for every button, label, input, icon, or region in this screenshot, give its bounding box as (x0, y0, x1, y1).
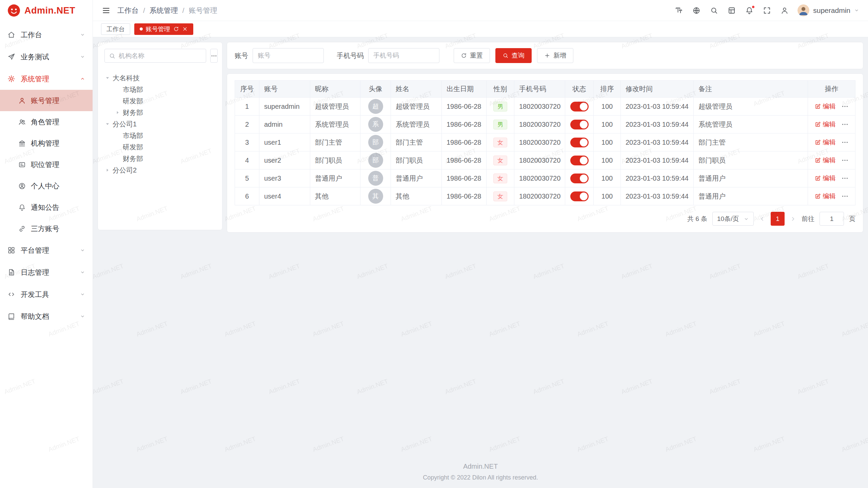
cell-phone: 18020030720 (514, 98, 565, 116)
edit-button[interactable]: 编辑 (815, 156, 836, 165)
app-logo-icon (7, 4, 20, 17)
breadcrumb-item[interactable]: 工作台 (117, 6, 139, 15)
profile-icon[interactable] (781, 6, 789, 15)
more-actions-icon[interactable] (841, 139, 849, 146)
footer-title: Admin.NET (93, 463, 868, 470)
search-button[interactable]: 查询 (495, 48, 532, 63)
phone-label: 手机号码 (337, 51, 364, 60)
tab-refresh-icon[interactable] (173, 26, 179, 32)
sidebar-subitem[interactable]: 通知公告 (0, 197, 93, 218)
goto-suffix: 页 (849, 215, 855, 223)
caret-down-icon[interactable] (104, 121, 111, 127)
caret-right-icon[interactable] (104, 167, 111, 173)
cell-index: 4 (235, 151, 259, 169)
page-number[interactable]: 1 (771, 212, 785, 226)
app-logo[interactable]: Admin.NET (0, 0, 93, 21)
sidebar-subitem[interactable]: 三方账号 (0, 218, 93, 239)
phone-input[interactable] (368, 48, 439, 63)
edit-button[interactable]: 编辑 (815, 192, 836, 201)
tree-node[interactable]: 研发部 (104, 141, 216, 153)
user-menu[interactable]: superadmin (797, 4, 859, 16)
sidebar-item[interactable]: 日志管理 (0, 261, 93, 283)
sidebar-subitem[interactable]: 职位管理 (0, 154, 93, 175)
account-input[interactable] (253, 48, 324, 63)
tab-close-icon[interactable] (182, 26, 188, 32)
sidebar-item[interactable]: 帮助文档 (0, 305, 93, 327)
cell-account: admin (259, 116, 310, 134)
sidebar-item[interactable]: 系统管理 (0, 68, 93, 90)
cell-phone: 18020030720 (514, 134, 565, 151)
chevron-down-icon (80, 292, 85, 297)
sidebar-item[interactable]: 开发工具 (0, 283, 93, 305)
sidebar-item[interactable]: 工作台 (0, 24, 93, 46)
status-toggle[interactable] (570, 138, 589, 147)
tree-node[interactable]: 市场部 (104, 130, 216, 141)
more-actions-icon[interactable] (841, 192, 849, 200)
org-search-field[interactable] (104, 49, 206, 63)
edit-button[interactable]: 编辑 (815, 138, 836, 147)
add-button[interactable]: 新增 (537, 48, 573, 63)
cell-remark: 超级管理员 (694, 98, 808, 116)
org-search-input[interactable] (119, 52, 202, 60)
more-actions-icon[interactable] (841, 175, 849, 182)
status-toggle[interactable] (570, 174, 589, 183)
tree-node[interactable]: 市场部 (104, 84, 216, 95)
breadcrumb-separator: / (143, 6, 145, 15)
tree-node[interactable]: 大名科技 (104, 72, 216, 84)
sidebar-item[interactable]: 平台管理 (0, 239, 93, 261)
tab[interactable]: 工作台 (101, 23, 130, 35)
breadcrumb-item[interactable]: 系统管理 (150, 6, 178, 15)
tree-node[interactable]: 研发部 (104, 95, 216, 107)
sidebar-item-label: 工作台 (21, 30, 75, 40)
sidebar-submenu: 账号管理角色管理机构管理职位管理个人中心通知公告三方账号 (0, 90, 93, 239)
font-size-icon[interactable] (675, 6, 683, 15)
globe-icon[interactable] (692, 6, 701, 15)
tree-node[interactable]: 分公司1 (104, 118, 216, 130)
cell-nickname: 系统管理员 (310, 116, 360, 134)
cell-index: 1 (235, 98, 259, 116)
sidebar-subitem[interactable]: 个人中心 (0, 175, 93, 197)
sidebar-subitem[interactable]: 角色管理 (0, 111, 93, 133)
cell-sort: 100 (594, 187, 621, 205)
status-toggle[interactable] (570, 102, 589, 111)
cell-name: 部门职员 (391, 151, 442, 169)
cell-avatar: 部 (360, 134, 391, 151)
reset-button[interactable]: 重置 (454, 48, 490, 63)
fullscreen-icon[interactable] (763, 6, 771, 15)
menu-toggle-icon[interactable] (102, 6, 111, 15)
caret-right-icon[interactable] (115, 109, 121, 116)
more-actions-icon[interactable] (841, 103, 849, 110)
sidebar-subitem[interactable]: 账号管理 (0, 90, 93, 111)
status-toggle[interactable] (570, 156, 589, 165)
sidebar-subitem[interactable]: 机构管理 (0, 133, 93, 154)
edit-button[interactable]: 编辑 (815, 120, 836, 129)
bell-icon[interactable] (745, 6, 753, 15)
cell-modified: 2023-01-03 10:59:44 (621, 134, 694, 151)
tree-node[interactable]: 财务部 (104, 153, 216, 164)
theme-icon[interactable] (728, 6, 736, 15)
next-page-icon[interactable] (790, 216, 796, 222)
tree-node[interactable]: 分公司2 (104, 164, 216, 176)
tree-node-label: 财务部 (123, 108, 143, 117)
breadcrumb: 工作台/系统管理/账号管理 (117, 6, 217, 15)
tab-active[interactable]: 账号管理 (134, 23, 193, 35)
edit-button[interactable]: 编辑 (815, 102, 836, 111)
more-actions-icon[interactable] (841, 121, 849, 128)
edit-button[interactable]: 编辑 (815, 174, 836, 183)
cell-status (565, 116, 594, 134)
search-icon[interactable] (710, 6, 718, 15)
chevron-down-icon (854, 8, 859, 13)
page-size-select[interactable]: 10条/页 (712, 212, 754, 226)
goto-page-input[interactable] (820, 212, 844, 226)
tree-more-button[interactable] (210, 49, 218, 63)
status-toggle[interactable] (570, 120, 589, 129)
sidebar-subitem-label: 个人中心 (31, 181, 59, 191)
more-actions-icon[interactable] (841, 157, 849, 164)
caret-down-icon[interactable] (104, 75, 111, 81)
tree-node[interactable]: 财务部 (104, 107, 216, 118)
sidebar-item[interactable]: 业务测试 (0, 46, 93, 68)
prev-page-icon[interactable] (759, 216, 766, 222)
status-toggle[interactable] (570, 191, 589, 201)
cell-account: user3 (259, 169, 310, 187)
chevron-down-icon (80, 270, 85, 275)
